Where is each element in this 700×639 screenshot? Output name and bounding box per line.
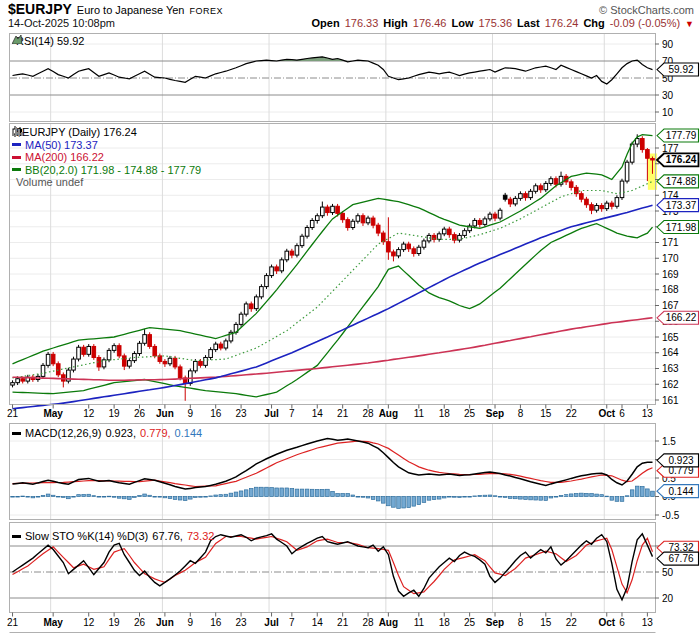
macd-hist-bar: [209, 496, 213, 497]
macd-hist-bar: [341, 494, 345, 497]
candle-body: [321, 207, 325, 216]
x-tick-label: May: [43, 408, 63, 419]
candle-body: [224, 341, 228, 348]
candle-body: [295, 246, 299, 255]
ma50-line-icon: [12, 143, 21, 146]
candle-body: [590, 205, 594, 211]
macd-value: 0.923,: [105, 427, 136, 440]
macd-hist-bar: [651, 491, 655, 496]
candle-body: [11, 383, 15, 385]
x-tick-label: Aug: [379, 408, 398, 419]
candle-body: [280, 260, 284, 271]
macd-hist-bar: [336, 494, 340, 497]
chg-label: Chg: [583, 17, 604, 29]
x-tick-label: 9: [188, 408, 194, 419]
macd-hist-bar: [630, 490, 634, 497]
candle-body: [310, 220, 314, 227]
stockcharts-brand: © StockCharts.com: [599, 4, 694, 16]
x-tick-label: 16: [210, 408, 222, 419]
x-tick-label: 26: [134, 408, 146, 419]
macd-hist-bar: [351, 495, 355, 496]
axis-value-text: 174.88: [666, 176, 697, 187]
macd-hist-bar: [67, 497, 71, 499]
macd-hist-bar: [585, 493, 589, 496]
chart-canvas[interactable]: 907050301059.921771761751741731721711701…: [0, 0, 700, 639]
candle-body: [56, 364, 60, 375]
x-tick-label: Jul: [264, 617, 279, 628]
macd-hist-bar: [280, 488, 284, 497]
y-tick-label: 50: [662, 567, 674, 578]
macd-hist-bar: [463, 497, 467, 498]
price-legend: $EURJPY (Daily) 176.24 MA(50) 173.37 MA(…: [12, 126, 201, 189]
macd-hist-bar: [432, 497, 436, 500]
macd-hist-bar: [16, 496, 20, 497]
candle-body: [422, 241, 426, 247]
candle-body: [615, 198, 619, 207]
x-tick-label: 6: [619, 617, 625, 628]
macd-hist-bar: [72, 497, 76, 498]
candle-body: [341, 213, 345, 219]
macd-hist-bar: [422, 497, 426, 503]
x-tick-label: Jun: [156, 408, 174, 419]
y-tick-label: 1.5: [662, 436, 676, 447]
macd-hist-bar: [26, 497, 30, 498]
macd-hist-bar: [46, 494, 50, 496]
candle-body: [168, 358, 172, 364]
x-tick-label: Jul: [264, 408, 279, 419]
macd-hist-bar: [133, 497, 137, 498]
candle-body: [275, 267, 279, 271]
candle-body: [260, 287, 264, 297]
macd-hist-bar: [473, 496, 477, 497]
candle-body: [326, 207, 330, 213]
candle-body: [519, 194, 523, 199]
macd-hist-bar: [244, 490, 248, 497]
macd-hist-bar: [41, 495, 45, 496]
x-tick-label: 7: [289, 617, 295, 628]
macd-legend: MACD(12,26,9) 0.923, 0.779, 0.144: [12, 427, 202, 440]
candle-body: [371, 218, 375, 225]
macd-hist-bar: [11, 497, 15, 498]
candle-body: [392, 252, 396, 256]
candle-body: [641, 139, 645, 150]
macd-hist-bar: [315, 489, 319, 496]
sto-d3-line: [13, 537, 653, 594]
macd-hist-bar: [92, 496, 96, 497]
candle-body: [107, 350, 111, 359]
x-tick-label: 19: [109, 408, 121, 419]
macd-hist-bar: [417, 497, 421, 505]
candle-body: [508, 199, 512, 204]
macd-hist-bar: [163, 497, 167, 498]
macd-hist-bar: [407, 497, 411, 508]
candle-body: [529, 191, 533, 197]
candle-body: [92, 346, 96, 357]
macd-hist-bar: [600, 495, 604, 497]
candle-body: [244, 304, 248, 314]
macd-signal-line: [13, 441, 653, 487]
macd-hist-bar: [508, 497, 512, 499]
candle-body: [117, 346, 121, 356]
y-tick-label: 167: [662, 300, 679, 311]
macd-hist-bar: [285, 488, 289, 497]
candle-body: [595, 205, 599, 210]
macd-hist-bar: [580, 493, 584, 496]
candle-body: [514, 198, 518, 204]
rsi-panel: 907050301059.92: [10, 34, 699, 122]
candle-body: [72, 359, 76, 370]
x-tick-label: 6: [619, 408, 625, 419]
macd-hist-bar: [498, 497, 502, 498]
y-tick-label: -0.5: [662, 510, 680, 521]
candle-body: [21, 379, 25, 381]
x-tick-label: 14: [312, 617, 324, 628]
macd-hist-bar: [56, 496, 60, 497]
macd-hist-bar: [229, 493, 233, 496]
exchange-label: FOREX: [189, 6, 223, 16]
sto-legend-label: Slow STO %K(14) %D(3): [25, 530, 148, 543]
macd-hist-bar: [595, 494, 599, 496]
symbol-description: Euro to Japanese Yen: [77, 4, 185, 16]
candle-body: [16, 379, 20, 383]
candle-body: [249, 304, 253, 309]
macd-hist-bar: [519, 497, 523, 500]
macd-hist-bar: [534, 497, 538, 501]
macd-hist-bar: [168, 497, 172, 499]
x-tick-label: 21: [337, 408, 349, 419]
